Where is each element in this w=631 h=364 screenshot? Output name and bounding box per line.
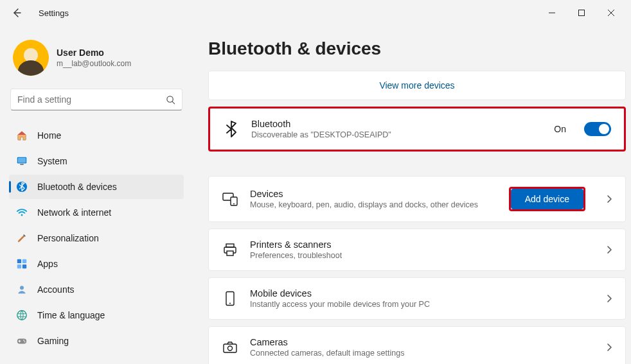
chevron-right-icon	[606, 294, 612, 303]
svg-rect-24	[224, 344, 236, 352]
svg-rect-3	[18, 158, 26, 163]
main-content[interactable]: Bluetooth & devices View more devices Bl…	[193, 26, 631, 364]
sidebar-item-gaming[interactable]: Gaming	[9, 329, 184, 353]
sidebar-item-system[interactable]: System	[9, 149, 184, 173]
devices-subtitle: Mouse, keyboard, pen, audio, displays an…	[250, 200, 497, 209]
svg-point-1	[167, 96, 173, 101]
bluetooth-title: Bluetooth	[251, 119, 542, 129]
printers-title: Printers & scanners	[250, 239, 594, 250]
accounts-icon	[15, 283, 28, 296]
sidebar-item-label: Network & internet	[37, 207, 111, 218]
back-button[interactable]	[9, 5, 24, 21]
paintbrush-icon	[15, 232, 28, 245]
svg-rect-8	[22, 259, 26, 263]
sidebar-item-network[interactable]: Network & internet	[9, 200, 184, 225]
nav-list: Home System Bluetooth & devices Network …	[9, 123, 184, 353]
svg-point-25	[228, 346, 233, 351]
bluetooth-state-label: On	[554, 124, 566, 134]
svg-point-18	[233, 204, 235, 205]
window-controls	[537, 3, 626, 23]
app-title: Settings	[39, 8, 69, 18]
sidebar-item-time-language[interactable]: Time & language	[9, 303, 184, 327]
sidebar-item-label: Personalization	[37, 233, 99, 243]
sidebar-item-label: Gaming	[37, 336, 69, 346]
minimize-button[interactable]	[537, 3, 567, 23]
gaming-icon	[15, 334, 28, 347]
chevron-right-icon	[606, 195, 612, 204]
cameras-subtitle: Connected cameras, default image setting…	[250, 349, 594, 358]
mobile-subtitle: Instantly access your mobile devices fro…	[250, 300, 594, 309]
svg-point-6	[21, 214, 23, 216]
settings-window: Settings User Demo m__lab@outlook.com	[0, 0, 631, 364]
svg-rect-19	[226, 244, 234, 247]
sidebar-item-apps[interactable]: Apps	[9, 252, 184, 276]
mobile-title: Mobile devices	[250, 288, 594, 299]
avatar	[13, 40, 49, 76]
svg-point-11	[20, 286, 24, 290]
sidebar-item-label: Apps	[37, 259, 58, 269]
view-more-devices-link[interactable]: View more devices	[209, 71, 625, 100]
sidebar-item-home[interactable]: Home	[9, 123, 184, 148]
svg-rect-0	[579, 10, 585, 16]
devices-row[interactable]: Devices Mouse, keyboard, pen, audio, dis…	[208, 176, 626, 222]
bluetooth-icon	[15, 180, 28, 193]
search-input[interactable]	[17, 94, 166, 105]
cameras-row[interactable]: Cameras Connected cameras, default image…	[208, 326, 626, 364]
titlebar: Settings	[0, 0, 631, 26]
close-icon	[607, 9, 615, 17]
sidebar-item-bluetooth-devices[interactable]: Bluetooth & devices	[9, 175, 184, 199]
devices-title: Devices	[250, 189, 497, 199]
minimize-icon	[548, 9, 556, 17]
svg-rect-21	[227, 251, 233, 256]
svg-rect-9	[17, 264, 21, 268]
svg-point-15	[24, 341, 26, 342]
sidebar-item-label: System	[37, 156, 67, 166]
chevron-right-icon	[606, 343, 612, 352]
close-button[interactable]	[596, 3, 626, 23]
chevron-right-icon	[606, 245, 612, 254]
wifi-icon	[15, 206, 28, 219]
svg-point-12	[17, 311, 26, 320]
sidebar-item-accounts[interactable]: Accounts	[9, 277, 184, 302]
bluetooth-icon	[223, 121, 240, 137]
sidebar-item-label: Accounts	[37, 284, 75, 295]
maximize-icon	[578, 9, 585, 17]
svg-rect-10	[22, 264, 26, 268]
mobile-devices-row[interactable]: Mobile devices Instantly access your mob…	[208, 277, 626, 320]
arrow-left-icon	[12, 8, 22, 18]
globe-icon	[15, 309, 28, 322]
user-name: User Demo	[57, 48, 131, 58]
search-box[interactable]	[10, 89, 182, 110]
system-icon	[15, 155, 28, 168]
sidebar-item-label: Home	[37, 130, 61, 141]
view-more-devices-card[interactable]: View more devices	[208, 71, 626, 100]
user-email: m__lab@outlook.com	[57, 59, 131, 68]
sidebar-item-label: Bluetooth & devices	[37, 182, 117, 192]
bluetooth-card: Bluetooth Discoverable as "DESKTOP-0SEAI…	[208, 107, 626, 152]
printer-icon	[222, 241, 238, 258]
cameras-title: Cameras	[250, 337, 594, 347]
svg-rect-7	[17, 259, 21, 263]
devices-icon	[222, 191, 238, 207]
sidebar: User Demo m__lab@outlook.com Home System	[0, 26, 193, 364]
apps-icon	[15, 257, 28, 270]
search-icon	[166, 95, 175, 105]
printers-subtitle: Preferences, troubleshoot	[250, 251, 594, 260]
sidebar-item-personalization[interactable]: Personalization	[9, 226, 184, 250]
home-icon	[15, 129, 28, 142]
page-title: Bluetooth & devices	[208, 39, 626, 59]
svg-rect-4	[20, 164, 23, 165]
phone-icon	[222, 290, 238, 307]
sidebar-item-label: Time & language	[37, 310, 105, 320]
add-device-button[interactable]: Add device	[511, 189, 583, 209]
bluetooth-subtitle: Discoverable as "DESKTOP-0SEAIPD"	[251, 130, 542, 139]
svg-point-14	[23, 340, 24, 341]
bluetooth-toggle[interactable]	[584, 122, 611, 136]
camera-icon	[222, 339, 238, 356]
printers-row[interactable]: Printers & scanners Preferences, trouble…	[208, 229, 626, 271]
maximize-button[interactable]	[567, 3, 596, 23]
svg-point-23	[229, 303, 231, 304]
user-profile[interactable]: User Demo m__lab@outlook.com	[9, 31, 184, 89]
